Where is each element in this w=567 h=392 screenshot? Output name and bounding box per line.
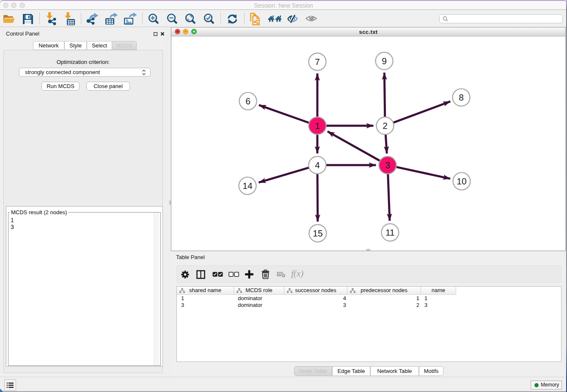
svg-text:9: 9 (382, 56, 387, 66)
svg-text:14: 14 (242, 181, 253, 190)
svg-text:1: 1 (315, 121, 320, 130)
svg-text:15: 15 (313, 228, 322, 238)
svg-text:10: 10 (457, 177, 466, 186)
svg-text:6: 6 (245, 96, 250, 106)
svg-text:8: 8 (459, 93, 464, 102)
svg-text:11: 11 (385, 228, 395, 237)
svg-text:2: 2 (383, 121, 388, 131)
svg-text:3: 3 (385, 160, 390, 170)
svg-text:4: 4 (315, 160, 320, 170)
svg-text:7: 7 (315, 57, 320, 66)
